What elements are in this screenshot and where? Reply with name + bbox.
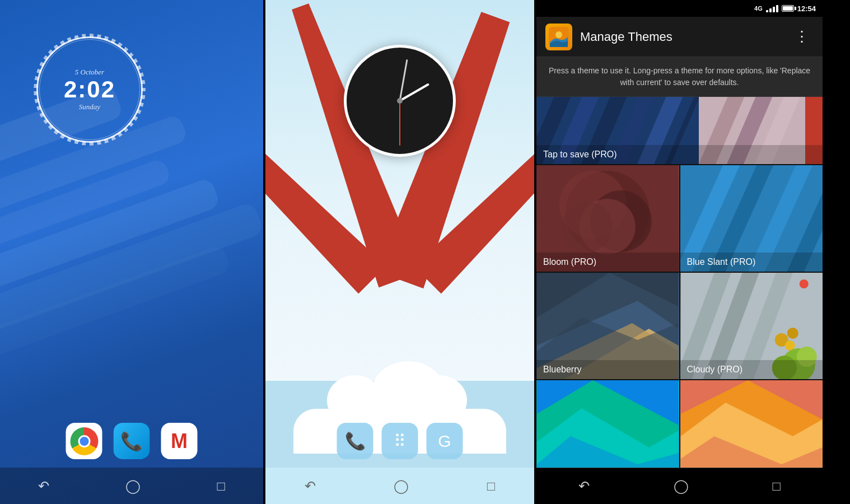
themes-icon-svg (549, 27, 569, 47)
second-hand (399, 101, 400, 146)
clock-date: 5 October (75, 68, 104, 77)
clock-widget: 5 October 2:02 Sunday (34, 34, 146, 146)
gmail-app-icon[interactable]: M (161, 423, 198, 459)
hint-text: Press a theme to use it. Long-press a th… (536, 57, 823, 97)
bloom-label: Bloom (PRO) (536, 253, 679, 272)
signal-bars (766, 5, 778, 12)
right-nav-bar: ↶ ◯ □ (536, 468, 823, 504)
manage-themes-panel: 4G 12:54 Manage Themes ⋮ (536, 0, 823, 504)
left-nav-bar: ↶ ◯ □ (0, 468, 263, 504)
status-time: 12:54 (797, 4, 816, 13)
phone-icon-bg: 📞 (114, 423, 150, 459)
themes-grid: Tap to save (PRO) Bloom (PRO) (536, 97, 823, 468)
phone-app-icon[interactable]: 📞 (114, 423, 150, 459)
battery-icon (782, 5, 794, 12)
minute-hand (399, 59, 408, 101)
menu-button[interactable]: ⋮ (790, 26, 814, 48)
clock-time: 2:02 (64, 78, 115, 101)
recents-button-mid[interactable]: □ (487, 478, 496, 494)
themes-title: Manage Themes (580, 30, 782, 44)
svg-point-36 (799, 279, 808, 288)
google-icon-mid[interactable]: G (427, 423, 463, 459)
middle-app-icons: 📞 ⠿ G (337, 423, 463, 459)
theme-comet[interactable]: Comet (PRO) (536, 380, 679, 468)
signal-bar-3 (773, 7, 775, 12)
home-button-mid[interactable]: ◯ (394, 478, 409, 494)
tapSave-label: Tap to save (PRO) (536, 145, 823, 164)
theme-creamsicle[interactable]: Creamsicle (PRO) (680, 380, 823, 468)
home-button-right[interactable]: ◯ (674, 478, 689, 494)
comet-svg (536, 380, 679, 468)
clock-day: Sunday (79, 102, 100, 111)
recents-button-right[interactable]: □ (773, 478, 781, 494)
battery-fill (783, 6, 793, 11)
middle-nav-bar: ↶ ◯ □ (265, 468, 534, 504)
theme-cloudy[interactable]: Cloudy (PRO) (680, 273, 823, 379)
theme-blueSlant[interactable]: Blue Slant (PRO) (680, 165, 823, 272)
svg-point-19 (562, 202, 613, 252)
back-button-left[interactable]: ↶ (38, 478, 49, 494)
themes-header: Manage Themes ⋮ (536, 17, 823, 57)
signal-bar-2 (769, 8, 772, 12)
recents-button-left[interactable]: □ (217, 478, 225, 494)
phone-icon-mid[interactable]: 📞 (337, 423, 373, 459)
middle-phone-screen: 📞 ⠿ G ↶ ◯ □ (265, 0, 534, 504)
phone-icon-glyph: 📞 (120, 431, 143, 452)
phone-mid-glyph: 📞 (345, 431, 366, 451)
themes-app-icon (545, 24, 572, 50)
signal-bar-4 (776, 5, 778, 12)
chrome-app-icon[interactable] (66, 423, 102, 459)
signal-bar-1 (766, 10, 768, 12)
hour-hand (399, 83, 429, 101)
cloudy-label: Cloudy (PRO) (680, 360, 823, 379)
apps-mid-glyph: ⠿ (394, 431, 406, 451)
theme-blueberry[interactable]: Blueberry (536, 273, 679, 379)
left-phone-screen: 5 October 2:02 Sunday 📞 M ↶ ◯ □ (0, 0, 263, 504)
svg-point-1 (555, 31, 562, 38)
left-app-icons: 📞 M (66, 423, 198, 459)
svg-point-38 (787, 328, 798, 339)
clock-badge: 5 October 2:02 Sunday (36, 36, 143, 143)
blueberry-label: Blueberry (536, 360, 679, 379)
creamsicle-svg (680, 380, 823, 468)
theme-tapSave[interactable]: Tap to save (PRO) (536, 97, 823, 164)
clock-center-dot (397, 98, 403, 104)
lte-label: 4G (754, 5, 763, 12)
back-button-right[interactable]: ↶ (578, 478, 590, 494)
blueSlant-label: Blue Slant (PRO) (680, 253, 823, 272)
apps-icon-mid[interactable]: ⠿ (382, 423, 418, 459)
analog-clock (344, 45, 456, 157)
back-button-mid[interactable]: ↶ (305, 478, 316, 494)
themes-icon-img (545, 24, 572, 50)
chrome-circle (70, 427, 98, 455)
google-mid-glyph: G (438, 432, 451, 451)
gmail-m-letter: M (171, 430, 188, 453)
chrome-inner (78, 435, 90, 447)
status-bar: 4G 12:54 (536, 0, 823, 17)
theme-bloom[interactable]: Bloom (PRO) (536, 165, 679, 272)
home-button-left[interactable]: ◯ (125, 478, 141, 494)
